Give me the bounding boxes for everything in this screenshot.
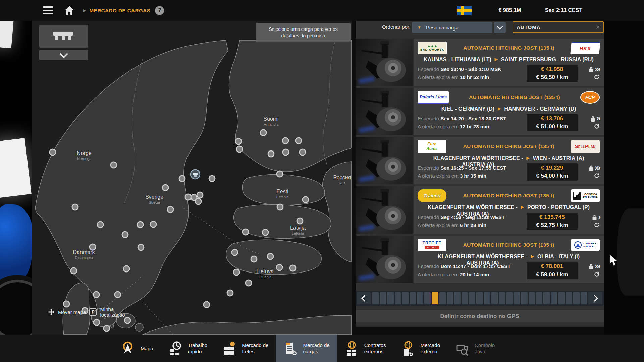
nav-map[interactable]: Mapa	[113, 335, 161, 362]
sort-direction-button[interactable]	[494, 22, 506, 33]
page-slat[interactable]	[439, 292, 446, 304]
page-slat[interactable]	[499, 292, 505, 304]
page-slat[interactable]	[424, 292, 431, 304]
city-marker[interactable]	[124, 317, 130, 323]
page-slat[interactable]	[573, 292, 580, 304]
page-slat[interactable]	[387, 292, 393, 304]
city-marker[interactable]	[138, 244, 144, 250]
city-marker[interactable]	[296, 138, 302, 144]
page-slat[interactable]	[380, 292, 386, 304]
cargo-offer-row[interactable]: Polaris Lines AUTOMATIC HITCHING JOST (1…	[356, 88, 604, 135]
nav-external-contracts[interactable]: Contratosexternos	[337, 335, 393, 362]
city-marker[interactable]	[232, 249, 238, 255]
city-marker[interactable]	[50, 149, 56, 155]
nav-cargo-market[interactable]: Mercado decargas	[276, 335, 337, 362]
nav-freight-market[interactable]: Mercado defretes	[215, 335, 276, 362]
city-marker[interactable]	[277, 171, 283, 177]
city-marker[interactable]	[197, 192, 203, 198]
page-slat[interactable]	[454, 292, 461, 304]
page-slat[interactable]	[506, 292, 513, 304]
city-marker[interactable]	[277, 204, 283, 210]
city-marker[interactable]	[195, 198, 201, 204]
city-marker[interactable]	[209, 176, 215, 182]
cargo-offer-row[interactable]: Trameri AUTOMATIC HITCHING JOST (135 t) …	[356, 186, 604, 234]
collapse-button[interactable]	[39, 50, 88, 60]
map-panel[interactable]: .city-dot{fill:#7f7f7f;stroke:#cfcfcf;st…	[32, 21, 352, 335]
page-slat[interactable]	[536, 292, 542, 304]
city-marker[interactable]	[179, 176, 185, 182]
search-input[interactable]	[513, 24, 596, 30]
city-marker[interactable]	[290, 265, 296, 271]
city-marker[interactable]	[251, 256, 257, 262]
menu-icon[interactable]	[43, 6, 53, 14]
city-marker[interactable]	[72, 204, 78, 210]
city-marker[interactable]	[123, 266, 129, 272]
city-marker[interactable]	[122, 232, 128, 238]
page-slat[interactable]	[476, 292, 483, 304]
city-marker[interactable]	[233, 269, 239, 275]
city-marker[interactable]	[243, 229, 249, 235]
page-slat[interactable]	[566, 292, 572, 304]
city-marker[interactable]	[300, 149, 306, 155]
page-slat[interactable]	[469, 292, 475, 304]
page-slat[interactable]	[447, 292, 453, 304]
page-slat[interactable]	[491, 292, 498, 304]
page-slat[interactable]	[395, 292, 401, 304]
city-marker[interactable]	[246, 280, 252, 286]
city-marker[interactable]	[167, 206, 173, 213]
page-slat[interactable]	[581, 292, 587, 304]
page-slat[interactable]	[432, 292, 438, 304]
city-marker[interactable]	[262, 229, 268, 235]
home-icon[interactable]	[64, 6, 74, 15]
sender-company-logo: Polaris Lines	[418, 91, 449, 104]
next-page-button[interactable]	[588, 292, 602, 304]
city-marker[interactable]	[94, 319, 100, 325]
city-marker[interactable]	[227, 290, 233, 296]
city-marker[interactable]	[150, 221, 156, 227]
cargo-offer-row[interactable]: Euro Acres AUTOMATIC HITCHING JOST (135 …	[356, 137, 604, 184]
city-marker[interactable]	[71, 268, 77, 274]
city-marker[interactable]	[104, 325, 110, 331]
page-slat[interactable]	[417, 292, 423, 304]
city-marker[interactable]	[260, 130, 266, 136]
city-marker[interactable]	[282, 138, 288, 144]
city-marker[interactable]	[276, 264, 282, 270]
city-marker[interactable]	[297, 218, 303, 224]
city-marker[interactable]	[303, 197, 309, 203]
page-slat[interactable]	[558, 292, 565, 304]
city-marker[interactable]	[97, 222, 103, 228]
page-slat[interactable]	[462, 292, 468, 304]
city-marker[interactable]	[267, 253, 273, 259]
city-marker[interactable]	[115, 292, 121, 298]
city-marker[interactable]	[268, 151, 274, 157]
page-slat[interactable]	[402, 292, 409, 304]
city-marker[interactable]	[90, 244, 96, 250]
sort-dropdown[interactable]: ▼ Peso da carga	[412, 22, 492, 33]
city-marker[interactable]	[235, 138, 241, 144]
city-marker[interactable]	[137, 222, 143, 228]
page-slat[interactable]	[410, 292, 416, 304]
nav-quick-job[interactable]: Trabalhorápido	[161, 335, 215, 362]
page-slat[interactable]	[372, 292, 379, 304]
city-marker[interactable]	[236, 146, 243, 152]
city-marker[interactable]	[162, 185, 168, 191]
page-slat[interactable]	[543, 292, 550, 304]
help-button[interactable]: ?	[155, 6, 164, 15]
page-slat[interactable]	[529, 292, 535, 304]
trailer-selector-button[interactable]	[39, 25, 88, 48]
city-marker[interactable]	[111, 162, 117, 168]
cargo-offer-row[interactable]: TREE-ET WOOD AUTOMATIC HITCHING JOST (13…	[356, 236, 604, 283]
previous-page-button[interactable]	[357, 292, 371, 304]
page-slat[interactable]	[484, 292, 490, 304]
nav-external-market[interactable]: Mercadoexterno	[393, 335, 447, 362]
city-marker[interactable]	[185, 194, 191, 200]
page-slat[interactable]	[514, 292, 520, 304]
city-marker[interactable]	[204, 302, 210, 308]
city-marker[interactable]	[283, 149, 289, 155]
city-marker[interactable]	[93, 292, 99, 298]
set-gps-destination-button[interactable]: Definir como destino no GPS	[356, 310, 604, 322]
page-slat[interactable]	[521, 292, 527, 304]
clear-search-icon[interactable]: ×	[596, 23, 600, 31]
page-slat[interactable]	[551, 292, 557, 304]
cargo-offer-row[interactable]: BALTOMORSK AUTOMATIC HITCHING JOST (135 …	[356, 39, 604, 86]
